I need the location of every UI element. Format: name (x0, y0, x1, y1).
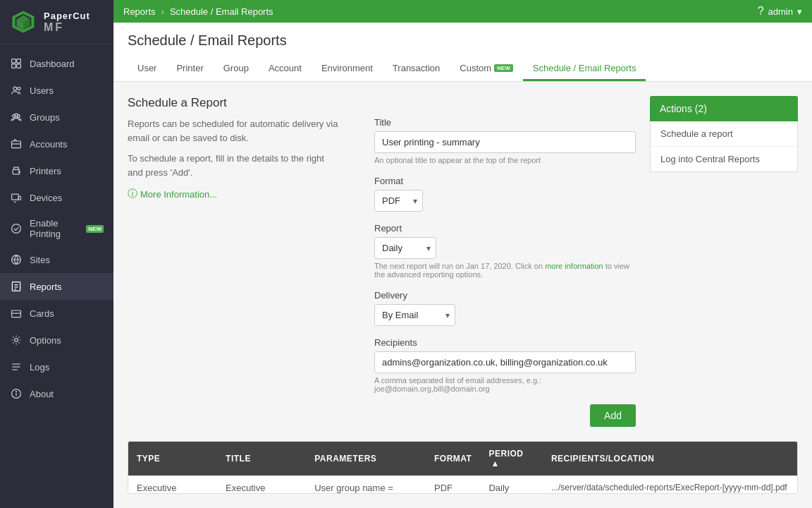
tab-label: Schedule / Email Reports (533, 63, 636, 73)
report-select[interactable]: DailyWeeklyMonthly (374, 237, 436, 259)
logs-icon (10, 361, 23, 373)
format-select[interactable]: PDFCSVXML (374, 190, 423, 212)
sidebar-item-reports[interactable]: Reports (0, 273, 113, 300)
cell-period: Daily (480, 476, 542, 494)
logo: PaperCut MF (0, 0, 113, 44)
sidebar-item-label: About (30, 389, 54, 399)
col-period[interactable]: PERIOD ▲ (480, 442, 542, 476)
tab-account[interactable]: Account (259, 57, 312, 81)
more-info-report-link[interactable]: more information (545, 262, 603, 270)
sidebar-item-label: Cards (30, 308, 54, 319)
sidebar-item-groups[interactable]: Groups (0, 104, 113, 131)
user-menu[interactable]: ? admin ▾ (758, 5, 802, 18)
sidebar-item-logs[interactable]: Logs (0, 353, 113, 380)
page-title: Schedule / Email Reports (128, 32, 798, 49)
logo-text: PaperCut MF (44, 11, 90, 34)
tab-label: Environment (321, 63, 373, 73)
col-recipients-location: RECIPIENTS/LOCATION (543, 442, 797, 476)
sidebar-item-accounts[interactable]: Accounts (0, 131, 113, 157)
tab-printer[interactable]: Printer (166, 57, 213, 81)
sidebar-item-printers[interactable]: Printers (0, 157, 113, 184)
delivery-label: Delivery (374, 290, 636, 301)
sidebar-item-sites[interactable]: Sites (0, 246, 113, 273)
svg-rect-5 (12, 59, 16, 64)
breadcrumb-separator: › (161, 6, 164, 17)
tab-label: Printer (176, 63, 203, 73)
sidebar-item-label: Options (30, 335, 61, 346)
expand-link[interactable]: [expand] (551, 492, 584, 494)
user-label[interactable]: admin (768, 6, 793, 17)
svg-rect-7 (12, 64, 16, 68)
action-log-central[interactable]: Log into Central Reports (651, 147, 797, 171)
tab-environment[interactable]: Environment (312, 57, 383, 81)
more-info-link[interactable]: ⓘ More Information... (128, 188, 339, 200)
sidebar-item-cards[interactable]: Cards (0, 300, 113, 327)
breadcrumb-current: Schedule / Email Reports (170, 6, 273, 17)
main-content-wrapper: Schedule a Report Reports can be schedul… (128, 96, 798, 427)
report-label: Report (374, 223, 636, 234)
sort-icon: ▲ (491, 459, 499, 468)
help-icon[interactable]: ? (758, 5, 764, 18)
data-table: TYPETITLEPARAMETERSFORMATPERIOD ▲RECIPIE… (128, 442, 797, 494)
report-select-wrapper: DailyWeeklyMonthly (374, 237, 436, 259)
svg-rect-19 (18, 196, 20, 200)
tab-group[interactable]: Group (214, 57, 259, 81)
new-badge: NEW (86, 225, 104, 233)
sidebar-item-devices[interactable]: Devices (0, 184, 113, 211)
title-hint: An optional title to appear at the top o… (374, 156, 636, 164)
cards-icon (10, 307, 23, 320)
sidebar-item-options[interactable]: Options (0, 327, 113, 353)
col-parameters: PARAMETERS (306, 442, 426, 476)
svg-rect-6 (17, 59, 21, 64)
user-menu-chevron[interactable]: ▾ (797, 6, 802, 17)
tab-custom[interactable]: CustomNEW (450, 57, 522, 81)
table-header: TYPETITLEPARAMETERSFORMATPERIOD ▲RECIPIE… (128, 442, 797, 476)
table-body: Executive summary Executive summary User… (128, 476, 797, 494)
tab-user[interactable]: User (128, 57, 166, 81)
svg-rect-14 (12, 141, 21, 148)
delivery-select[interactable]: By EmailSave to Disk (374, 304, 455, 326)
tab-label: User (137, 63, 156, 73)
title-group: Title An optional title to appear at the… (374, 117, 636, 164)
format-select-wrapper: PDFCSVXML (374, 190, 423, 212)
svg-point-10 (18, 87, 20, 90)
tab-transaction[interactable]: Transaction (383, 57, 450, 81)
tab-label: Account (269, 63, 302, 73)
sidebar-item-about[interactable]: About (0, 380, 113, 407)
cell-location: .../server/data/scheduled-reports/ExecRe… (543, 476, 797, 494)
reports-icon (10, 280, 23, 293)
title-input[interactable] (374, 131, 636, 153)
table-header-row: TYPETITLEPARAMETERSFORMATPERIOD ▲RECIPIE… (128, 442, 797, 476)
add-button[interactable]: Add (590, 404, 636, 427)
sidebar-item-label: Dashboard (30, 59, 75, 69)
recipients-input[interactable] (374, 351, 636, 373)
svg-rect-18 (12, 194, 19, 200)
svg-point-21 (12, 224, 21, 234)
options-icon (10, 334, 23, 346)
svg-rect-27 (12, 310, 21, 318)
sidebar-item-label: Accounts (30, 139, 67, 150)
svg-point-17 (18, 171, 20, 173)
tab-new-badge: NEW (494, 64, 513, 72)
main-content: Reports › Schedule / Email Reports ? adm… (113, 0, 812, 508)
svg-rect-8 (17, 64, 21, 68)
sidebar-item-label: Sites (30, 255, 50, 265)
action-schedule-report[interactable]: Schedule a report (651, 121, 797, 147)
sidebar-item-label: Logs (30, 362, 49, 373)
cell-title: Executive summary (217, 476, 306, 494)
sidebar-item-label: Enable Printing (30, 218, 78, 239)
breadcrumb-root[interactable]: Reports (123, 6, 156, 17)
table-row: Executive summary Executive summary User… (128, 476, 797, 494)
col-format: FORMAT (426, 442, 480, 476)
report-group: Report DailyWeeklyMonthly The next repor… (374, 223, 636, 279)
accounts-icon (10, 138, 23, 150)
tab-bar: UserPrinterGroupAccountEnvironmentTransa… (128, 57, 798, 81)
sidebar-item-enable-printing[interactable]: Enable Printing NEW (0, 211, 113, 246)
title-label: Title (374, 117, 636, 128)
schedule-section: Schedule a Report Reports can be schedul… (128, 96, 636, 427)
tab-schedule[interactable]: Schedule / Email Reports (523, 57, 646, 81)
form-inner: Reports can be scheduled for automatic d… (128, 117, 636, 427)
sidebar-item-dashboard[interactable]: Dashboard (0, 50, 113, 77)
sidebar-item-users[interactable]: Users (0, 77, 113, 104)
scheduled-reports-table: TYPETITLEPARAMETERSFORMATPERIOD ▲RECIPIE… (128, 441, 798, 494)
